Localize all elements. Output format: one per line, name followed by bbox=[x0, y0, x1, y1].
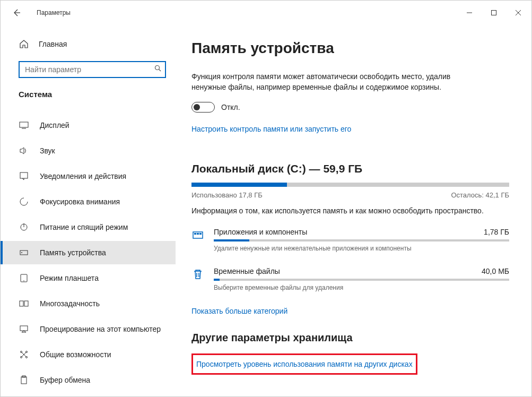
disk-usage-bar bbox=[191, 183, 509, 187]
home-button[interactable]: Главная bbox=[1, 34, 176, 54]
category-name: Временные файлы bbox=[214, 267, 280, 275]
shared-icon bbox=[19, 349, 29, 360]
disk-free-label: Осталось: 42,1 ГБ bbox=[451, 191, 509, 199]
svg-rect-8 bbox=[20, 172, 28, 178]
sidebar: Главная Система Дисплей Звук Уведомления… bbox=[1, 25, 176, 396]
sidebar-item-sound[interactable]: Звук bbox=[1, 139, 176, 162]
back-button[interactable] bbox=[8, 4, 25, 21]
home-icon bbox=[19, 39, 29, 49]
home-label: Главная bbox=[39, 40, 67, 48]
category-size: 40,0 МБ bbox=[482, 267, 509, 275]
svg-rect-16 bbox=[24, 301, 28, 306]
sidebar-item-display[interactable]: Дисплей bbox=[1, 114, 176, 137]
sidebar-item-storage[interactable]: Память устройства bbox=[1, 241, 176, 264]
display-icon bbox=[19, 120, 29, 131]
trash-icon bbox=[191, 268, 204, 281]
sidebar-item-notifications[interactable]: Уведомления и действия bbox=[1, 165, 176, 188]
highlight-box: Просмотреть уровень использования памяти… bbox=[191, 353, 417, 375]
sidebar-item-power[interactable]: Питание и спящий режим bbox=[1, 215, 176, 239]
sound-icon bbox=[19, 145, 29, 156]
toggle-state-label: Откл. bbox=[221, 103, 240, 111]
category-apps[interactable]: Приложения и компоненты 1,78 ГБ Удалите … bbox=[191, 228, 509, 252]
search-input[interactable] bbox=[19, 61, 166, 78]
sidebar-item-label: Уведомления и действия bbox=[40, 172, 126, 180]
sidebar-item-label: Память устройства bbox=[40, 248, 106, 257]
view-other-drives-link[interactable]: Просмотреть уровень использования памяти… bbox=[196, 360, 413, 368]
svg-rect-6 bbox=[20, 122, 28, 127]
configure-storage-sense-link[interactable]: Настроить контроль памяти или запустить … bbox=[191, 125, 351, 133]
sidebar-item-focus[interactable]: Фокусировка внимания bbox=[1, 190, 176, 213]
category-sub: Удалите ненужные или нежелательные прило… bbox=[214, 245, 509, 252]
disk-title: Локальный диск (C:) — 59,9 ГБ bbox=[191, 162, 509, 175]
focus-icon bbox=[19, 196, 29, 207]
sidebar-item-label: Общие возможности bbox=[40, 350, 111, 359]
sidebar-item-label: Фокусировка внимания bbox=[40, 197, 120, 206]
sidebar-item-label: Питание и спящий режим bbox=[40, 223, 128, 231]
sidebar-item-clipboard[interactable]: Буфер обмена bbox=[1, 368, 176, 392]
projecting-icon bbox=[19, 324, 29, 334]
sidebar-section-header: Система bbox=[1, 90, 176, 99]
main-content: Память устройства Функция контроля памят… bbox=[176, 25, 531, 396]
sidebar-item-shared[interactable]: Общие возможности bbox=[1, 343, 176, 366]
svg-rect-22 bbox=[21, 377, 27, 384]
multitask-icon bbox=[19, 298, 29, 309]
window-title: Параметры bbox=[37, 9, 71, 16]
svg-rect-26 bbox=[197, 233, 199, 235]
close-button[interactable] bbox=[506, 4, 530, 21]
maximize-button[interactable] bbox=[482, 4, 506, 21]
svg-rect-15 bbox=[20, 301, 23, 306]
svg-point-12 bbox=[21, 252, 22, 253]
sidebar-item-projecting[interactable]: Проецирование на этот компьютер bbox=[1, 317, 176, 341]
sidebar-item-label: Многозадачность bbox=[40, 299, 100, 308]
sidebar-item-multitask[interactable]: Многозадачность bbox=[1, 292, 176, 315]
sidebar-item-label: Режим планшета bbox=[40, 274, 99, 282]
svg-rect-27 bbox=[199, 233, 202, 235]
svg-rect-24 bbox=[193, 232, 203, 238]
page-title: Память устройства bbox=[191, 40, 509, 57]
disk-used-label: Использовано 17,8 ГБ bbox=[191, 191, 263, 199]
storage-icon bbox=[19, 247, 29, 258]
apps-icon bbox=[191, 229, 204, 241]
storage-sense-description: Функция контроля памяти может автоматиче… bbox=[191, 72, 478, 92]
minimize-button[interactable] bbox=[457, 4, 482, 21]
clipboard-icon bbox=[19, 375, 29, 385]
category-sub: Выберите временные файлы для удаления bbox=[214, 284, 509, 291]
svg-rect-1 bbox=[492, 11, 496, 15]
sidebar-item-tablet[interactable]: Режим планшета bbox=[1, 266, 176, 290]
sidebar-item-label: Дисплей bbox=[40, 121, 69, 130]
disk-info: Информация о том, как используется памят… bbox=[191, 206, 509, 215]
tablet-icon bbox=[19, 273, 29, 283]
notifications-icon bbox=[19, 171, 29, 182]
svg-line-5 bbox=[159, 70, 161, 72]
sidebar-item-label: Звук bbox=[40, 146, 55, 155]
show-more-categories-link[interactable]: Показать больше категорий bbox=[191, 307, 287, 315]
svg-point-4 bbox=[155, 66, 160, 70]
svg-rect-17 bbox=[20, 326, 28, 331]
category-size: 1,78 ГБ bbox=[484, 228, 509, 236]
other-storage-header: Другие параметры хранилища bbox=[191, 332, 509, 344]
search-icon bbox=[154, 65, 162, 74]
category-name: Приложения и компоненты bbox=[214, 228, 307, 236]
svg-rect-25 bbox=[194, 233, 196, 235]
sidebar-item-label: Проецирование на этот компьютер bbox=[40, 325, 161, 333]
storage-sense-toggle[interactable] bbox=[191, 102, 215, 113]
sidebar-item-label: Буфер обмена bbox=[40, 376, 90, 384]
svg-point-14 bbox=[23, 280, 24, 281]
power-icon bbox=[19, 222, 29, 232]
category-temp[interactable]: Временные файлы 40,0 МБ Выберите временн… bbox=[191, 267, 509, 291]
